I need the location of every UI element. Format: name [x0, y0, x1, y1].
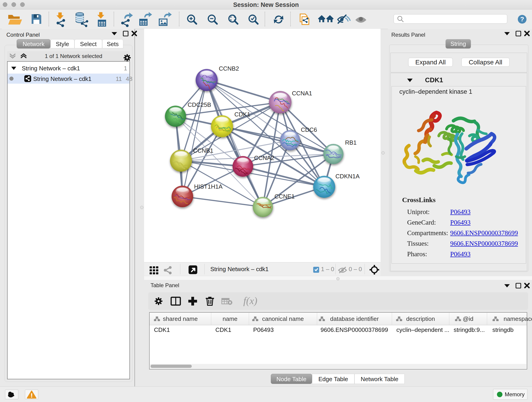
svg-text:CDC6: CDC6 [301, 126, 317, 133]
svg-text:CCNA2: CCNA2 [254, 154, 274, 161]
svg-text:RB1: RB1 [345, 139, 357, 146]
svg-text:CCNA1: CCNA1 [292, 90, 312, 97]
svg-text:CDC25B: CDC25B [188, 101, 211, 108]
svg-text:?: ? [520, 16, 524, 23]
svg-text:HIST1H1A: HIST1H1A [194, 183, 223, 190]
svg-text:CDK1: CDK1 [234, 111, 250, 118]
svg-text:f(x): f(x) [243, 295, 257, 306]
svg-text:CDKN1A: CDKN1A [336, 173, 360, 180]
svg-text:CCNB1: CCNB1 [193, 147, 213, 154]
svg-text:CCNB2: CCNB2 [219, 65, 239, 72]
svg-text:CCNE1: CCNE1 [274, 193, 295, 200]
